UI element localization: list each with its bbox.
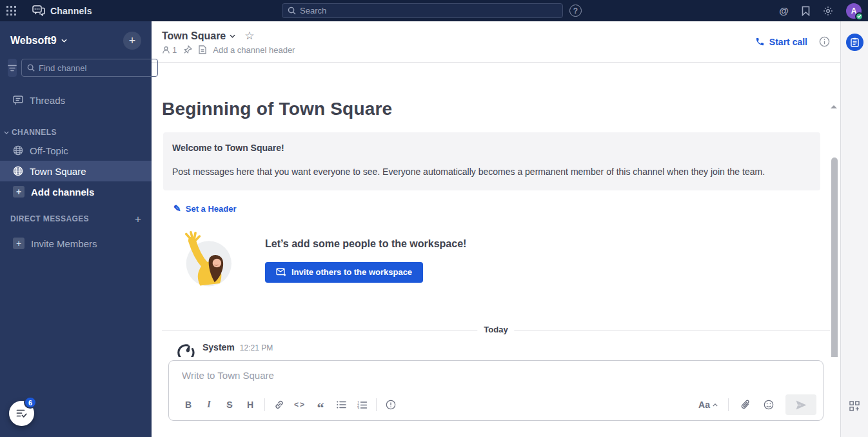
search-input[interactable] [300, 6, 557, 15]
emoji-smiley-icon [764, 400, 774, 410]
formatting-toolbar: B I S H <> “ [178, 394, 816, 415]
italic-button[interactable]: I [199, 394, 219, 415]
phone-icon [755, 37, 765, 46]
pencil-icon: ✎ [173, 204, 181, 213]
message-username: System [202, 342, 235, 352]
invite-others-button[interactable]: Invite others to the workspace [265, 262, 423, 283]
sidebar-item-threads[interactable]: Threads [0, 90, 152, 110]
add-apps-icon[interactable] [849, 401, 860, 411]
search-icon [288, 6, 296, 15]
channel-header: Town Square ☆ 1 [152, 21, 840, 63]
link-icon [274, 400, 284, 410]
link-button[interactable] [269, 394, 290, 415]
start-call-button[interactable]: Start call [755, 37, 807, 47]
add-direct-message-button[interactable]: + [135, 214, 141, 225]
search-icon [27, 64, 35, 72]
emoji-button[interactable] [758, 394, 779, 415]
recent-mentions-icon[interactable]: @ [779, 5, 789, 16]
attach-file-button[interactable] [735, 394, 756, 415]
bold-icon: B [185, 400, 192, 410]
welcome-body: Post messages here that you want everyon… [172, 166, 811, 179]
add-channel-header-label[interactable]: Add a channel header [213, 45, 295, 55]
channels-product-icon [32, 5, 45, 16]
code-button[interactable]: <> [290, 394, 310, 415]
toolbar-divider [376, 398, 377, 411]
team-menu-button[interactable]: Websoft9 [10, 35, 67, 46]
bold-button[interactable]: B [178, 394, 199, 415]
invite-illustration [179, 230, 237, 290]
invite-members-button[interactable]: + Invite Members [0, 233, 152, 254]
send-plane-icon [796, 400, 807, 410]
app-bar [840, 21, 868, 437]
channel-intro-heading: Beginning of Town Square [162, 99, 840, 119]
channel-view: Town Square ☆ 1 [152, 21, 840, 437]
sidebar-item-town-square[interactable]: Town Square [0, 161, 152, 181]
chevron-down-icon [230, 34, 235, 38]
message-priority-button[interactable] [380, 394, 401, 415]
apps-grid-icon [6, 6, 16, 15]
strikethrough-button[interactable]: S [219, 394, 240, 415]
format-toggle-button[interactable]: Aa [695, 400, 722, 410]
envelope-plus-icon [276, 268, 286, 276]
checklist-icon [16, 409, 27, 418]
channels-category-header[interactable]: CHANNELS [0, 125, 152, 140]
product-switcher-button[interactable] [0, 0, 22, 21]
message-timestamp: 12:21 PM [240, 343, 273, 352]
settings-gear-icon[interactable] [823, 6, 833, 16]
member-count: 1 [172, 45, 177, 55]
sidebar-item-off-topic[interactable]: Off-Topic [0, 140, 152, 161]
toolbar-divider [728, 398, 729, 411]
add-channels-button[interactable]: + Add channels [0, 181, 152, 202]
quote-button[interactable]: “ [310, 394, 331, 415]
globe-icon [13, 166, 23, 176]
welcome-card: Welcome to Town Square! Post messages he… [163, 132, 820, 190]
system-avatar [177, 343, 195, 357]
system-message: System 12:21 PM You joined the team. [177, 342, 840, 357]
priority-icon [386, 400, 396, 410]
member-person-icon [162, 46, 170, 54]
strikethrough-icon: S [226, 400, 232, 410]
user-avatar[interactable]: A [846, 3, 862, 19]
channel-info-icon[interactable] [819, 36, 830, 47]
bulleted-list-button[interactable] [331, 394, 351, 415]
numbered-list-icon: 123 [357, 401, 367, 409]
onboarding-checklist-button[interactable]: 6 [9, 401, 34, 426]
channel-filter-icon[interactable] [8, 59, 17, 77]
chevron-down-icon [4, 131, 9, 134]
italic-icon: I [207, 400, 210, 410]
mattermost-app: Channels ? @ A [0, 0, 868, 437]
send-message-button[interactable] [785, 394, 816, 415]
channel-menu-button[interactable]: Town Square [162, 30, 235, 42]
date-divider-label: Today [477, 325, 514, 334]
direct-messages-category-header[interactable]: DIRECT MESSAGES + [0, 211, 152, 227]
scrollbar-thumb[interactable] [831, 158, 838, 357]
set-header-link[interactable]: ✎ Set a Header [173, 204, 237, 214]
global-header: Channels ? @ A [0, 0, 868, 21]
favorite-star-icon[interactable]: ☆ [244, 30, 254, 41]
channel-members-button[interactable]: 1 [162, 45, 177, 55]
pinned-posts-icon[interactable] [183, 45, 192, 54]
paperclip-icon [741, 400, 750, 410]
saved-posts-bookmark-icon[interactable] [802, 6, 810, 16]
add-channel-plus-button[interactable]: + [123, 32, 141, 50]
add-header-file-icon[interactable] [199, 45, 206, 54]
boards-app-icon[interactable] [846, 34, 863, 51]
checklist-count-badge: 6 [24, 396, 37, 409]
threads-icon [13, 96, 23, 105]
numbered-list-button[interactable]: 123 [351, 394, 372, 415]
message-input[interactable] [182, 370, 816, 381]
globe-icon [13, 145, 23, 156]
find-channel-box[interactable] [21, 59, 158, 77]
heading-button[interactable]: H [240, 394, 261, 415]
help-icon[interactable]: ? [569, 5, 582, 17]
channel-title: Town Square [162, 30, 226, 42]
chevron-up-icon [713, 403, 718, 407]
product-title: Channels [50, 6, 92, 16]
global-search-box[interactable] [282, 3, 563, 18]
scroll-up-icon[interactable] [831, 105, 837, 108]
find-channel-input[interactable] [39, 63, 152, 73]
toolbar-divider [264, 398, 265, 411]
svg-text:3: 3 [357, 406, 359, 409]
message-list: Beginning of Town Square Welcome to Town… [152, 63, 840, 357]
heading-icon: H [247, 400, 253, 410]
